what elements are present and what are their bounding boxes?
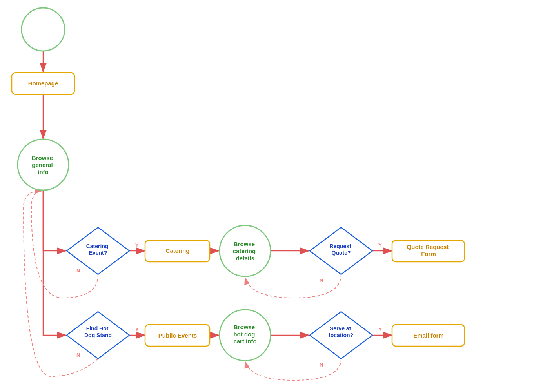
entry-node bbox=[22, 8, 65, 51]
yn-catering-n: N bbox=[76, 268, 80, 274]
serve-location-label: Serve at location? bbox=[329, 325, 353, 338]
flowchart: Y N Y N Y N Y N Entry Homepage Browse ge… bbox=[0, 0, 554, 392]
browse-catering-label: Browse catering details bbox=[233, 241, 258, 261]
email-form-label: Email form bbox=[413, 332, 444, 339]
catering-event-label: Catering Event? bbox=[86, 243, 110, 256]
catering-label: Catering bbox=[166, 247, 190, 254]
yn-hotdog-y: Y bbox=[135, 327, 139, 332]
request-quote-label: Request Quote? bbox=[329, 243, 352, 256]
find-hotdog-label: Find Hot Dog Stand bbox=[84, 325, 112, 338]
yn-quote-y: Y bbox=[378, 242, 382, 248]
yn-hotdog-n: N bbox=[76, 352, 80, 358]
browse-hotdog-label: Browse hot dog cart info bbox=[233, 324, 256, 345]
homepage-label: Homepage bbox=[28, 80, 58, 87]
yn-serve-n: N bbox=[320, 362, 323, 368]
yn-quote-n: N bbox=[320, 278, 323, 283]
yn-catering-y: Y bbox=[135, 242, 139, 248]
public-events-label: Public Events bbox=[158, 332, 197, 339]
yn-serve-y: Y bbox=[378, 327, 382, 332]
